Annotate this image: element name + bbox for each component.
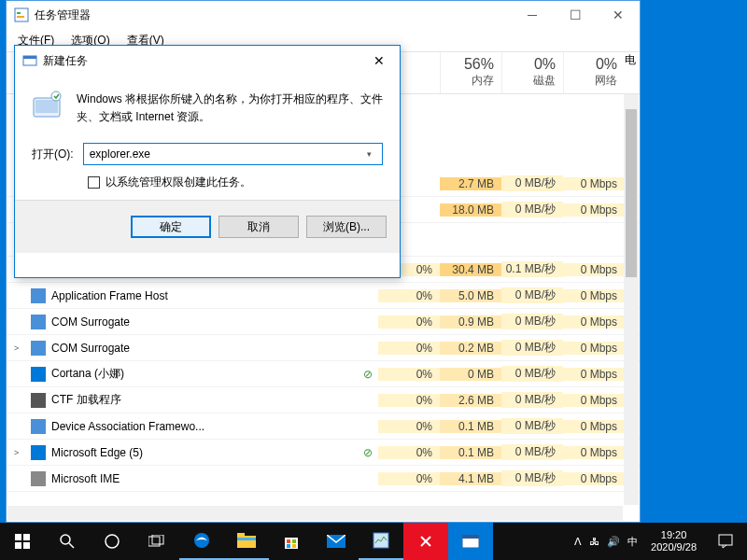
process-name: Microsoft IME xyxy=(51,472,120,485)
cortana-button[interactable] xyxy=(90,523,134,560)
open-input[interactable] xyxy=(90,147,361,161)
table-row[interactable]: >COM Surrogate0%0.2 MB0 MB/秒0 Mbps xyxy=(7,335,640,361)
process-icon xyxy=(31,445,46,460)
tray-network-icon[interactable]: 🖧 xyxy=(589,536,599,547)
tray-chevron-up-icon[interactable]: ᐱ xyxy=(574,536,582,548)
ok-button[interactable]: 确定 xyxy=(131,216,211,238)
table-row[interactable]: Device Association Framewo...0%0.1 MB0 M… xyxy=(7,413,640,440)
cell-mem: 0.9 MB xyxy=(440,315,501,329)
process-name: COM Surrogate xyxy=(51,315,130,329)
process-icon xyxy=(31,288,46,303)
svg-rect-9 xyxy=(23,534,30,540)
svg-rect-19 xyxy=(237,533,245,537)
svg-rect-4 xyxy=(23,56,36,59)
cell-mem: 30.4 MB xyxy=(440,263,501,276)
process-name: Application Frame Host xyxy=(51,289,168,302)
start-button[interactable] xyxy=(0,523,45,560)
table-row[interactable]: CTF 加载程序0%2.6 MB0 MB/秒0 Mbps xyxy=(7,387,640,413)
open-label: 打开(O): xyxy=(32,147,74,162)
taskbar-edge[interactable] xyxy=(179,523,224,560)
leaf-icon: ⊘ xyxy=(363,446,373,459)
header-disk[interactable]: 0%磁盘 xyxy=(501,52,563,93)
maximize-button[interactable]: ☐ xyxy=(554,1,597,29)
svg-point-17 xyxy=(194,533,209,548)
svg-rect-24 xyxy=(287,544,290,548)
process-name: COM Surrogate xyxy=(51,342,130,355)
taskbar-explorer[interactable] xyxy=(224,523,269,560)
taskbar-close-app[interactable] xyxy=(403,523,448,560)
cancel-button[interactable]: 取消 xyxy=(218,216,299,238)
header-memory[interactable]: 56%内存 xyxy=(440,52,501,93)
process-icon xyxy=(31,393,46,408)
tray-ime-indicator[interactable]: 中 xyxy=(627,535,638,549)
minimize-button[interactable]: ─ xyxy=(511,1,554,29)
scrollbar-horizontal[interactable] xyxy=(7,506,623,521)
taskbar-clock[interactable]: 19:20 2020/9/28 xyxy=(643,529,704,553)
process-name: Microsoft Edge (5) xyxy=(51,446,143,459)
taskbar-active-window[interactable] xyxy=(448,523,493,560)
close-button[interactable]: ✕ xyxy=(597,1,640,29)
cell-mem: 4.1 MB xyxy=(440,472,501,485)
cell-mem: 0.1 MB xyxy=(440,446,501,459)
taskbar-task-manager[interactable] xyxy=(359,523,403,560)
taskbar: ᐱ 🖧 🔊 中 19:20 2020/9/28 xyxy=(0,523,747,560)
open-combobox[interactable]: ▾ xyxy=(83,143,383,165)
new-task-dialog: 新建任务 ✕ Windows 将根据你所键入的名称，为你打开相应的程序、文件夹、… xyxy=(14,45,401,278)
process-icon xyxy=(31,367,46,382)
dialog-titlebar[interactable]: 新建任务 ✕ xyxy=(15,46,400,76)
process-icon xyxy=(31,315,46,329)
table-row[interactable]: Cortana (小娜)⊘0%0 MB0 MB/秒0 Mbps xyxy=(7,361,640,387)
titlebar[interactable]: 任务管理器 ─ ☐ ✕ xyxy=(7,1,640,29)
system-tray[interactable]: ᐱ 🖧 🔊 中 xyxy=(569,535,643,549)
header-extra: 电 xyxy=(625,52,640,93)
cell-mem: 0.1 MB xyxy=(440,420,501,433)
run-icon xyxy=(32,91,63,122)
scroll-thumb[interactable] xyxy=(626,109,637,277)
search-button[interactable] xyxy=(45,523,90,560)
cell-mem: 2.7 MB xyxy=(440,177,501,190)
cell-disk: 0 MB/秒 xyxy=(501,202,563,217)
table-row[interactable]: Application Frame Host0%5.0 MB0 MB/秒0 Mb… xyxy=(7,283,640,309)
table-row[interactable]: Microsoft IME0%4.1 MB0 MB/秒0 Mbps xyxy=(7,466,640,492)
dialog-description: Windows 将根据你所键入的名称，为你打开相应的程序、文件夹、文档或 Int… xyxy=(77,91,383,126)
notification-center-button[interactable] xyxy=(704,533,747,550)
task-manager-icon xyxy=(14,7,29,22)
chevron-down-icon[interactable]: ▾ xyxy=(361,149,376,159)
process-icon xyxy=(31,471,46,486)
cell-cpu: 0% xyxy=(378,368,440,381)
process-name: CTF 加载程序 xyxy=(51,392,121,408)
dialog-buttons: 确定 取消 浏览(B)... xyxy=(15,200,400,253)
expand-icon[interactable]: > xyxy=(14,448,25,457)
svg-rect-20 xyxy=(237,538,256,540)
process-name: Cortana (小娜) xyxy=(51,366,124,382)
browse-button[interactable]: 浏览(B)... xyxy=(306,216,387,238)
admin-checkbox-label[interactable]: 以系统管理权限创建此任务。 xyxy=(106,175,251,190)
cell-cpu: 0% xyxy=(378,472,440,485)
cell-net: 0 Mbps xyxy=(563,342,625,355)
header-network[interactable]: 0%网络 xyxy=(563,52,625,93)
cell-disk: 0 MB/秒 xyxy=(501,366,563,382)
expand-icon[interactable]: > xyxy=(14,343,25,353)
taskbar-store[interactable] xyxy=(269,523,314,560)
task-view-button[interactable] xyxy=(134,523,179,560)
table-row[interactable]: >Microsoft Edge (5)⊘0%0.1 MB0 MB/秒0 Mbps xyxy=(7,440,640,466)
cell-cpu: 0% xyxy=(378,289,440,302)
svg-rect-25 xyxy=(292,544,296,548)
svg-rect-0 xyxy=(15,8,28,21)
admin-checkbox[interactable] xyxy=(88,176,100,189)
scrollbar-vertical[interactable] xyxy=(624,94,639,505)
cell-net: 0 Mbps xyxy=(563,177,625,190)
taskbar-mail[interactable] xyxy=(314,523,359,560)
cell-cpu: 0% xyxy=(378,420,440,433)
tray-volume-icon[interactable]: 🔊 xyxy=(607,536,620,548)
process-icon xyxy=(31,341,46,356)
dialog-title: 新建任务 xyxy=(43,53,359,69)
dialog-body: Windows 将根据你所键入的名称，为你打开相应的程序、文件夹、文档或 Int… xyxy=(15,76,400,200)
cell-net: 0 Mbps xyxy=(563,420,625,433)
table-row[interactable]: COM Surrogate0%0.9 MB0 MB/秒0 Mbps xyxy=(7,309,640,335)
svg-point-14 xyxy=(106,535,119,548)
dialog-close-button[interactable]: ✕ xyxy=(359,47,400,75)
cell-disk: 0.1 MB/秒 xyxy=(501,261,563,277)
cell-net: 0 Mbps xyxy=(563,263,625,276)
cell-disk: 0 MB/秒 xyxy=(501,287,563,303)
